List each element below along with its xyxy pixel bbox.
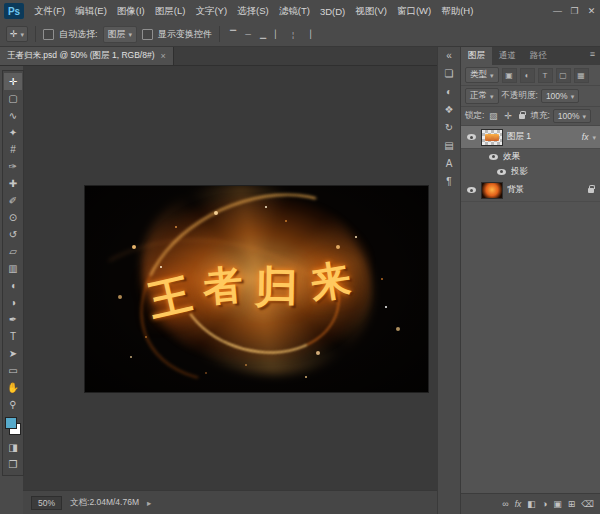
background-thumbnail[interactable]	[481, 182, 503, 199]
menu-layer[interactable]: 图层(L)	[150, 5, 191, 18]
maximize-button[interactable]: ❐	[566, 4, 583, 18]
color-swatches[interactable]	[4, 416, 22, 436]
status-options-arrow-icon[interactable]: ▸	[147, 498, 151, 508]
layer-fx-badge[interactable]: fx	[582, 132, 589, 142]
hand-tool[interactable]: ✋	[4, 379, 22, 396]
blur-tool[interactable]: ◖	[4, 277, 22, 294]
menu-help[interactable]: 帮助(H)	[436, 5, 478, 18]
filter-pixel-layers-icon[interactable]: ▣	[502, 68, 517, 83]
fx-collapse-icon[interactable]: ▾	[592, 134, 596, 141]
quick-selection-tool[interactable]: ✦	[4, 124, 22, 141]
menu-filter[interactable]: 滤镜(T)	[274, 5, 315, 18]
screen-mode-button[interactable]: ❐	[4, 456, 22, 473]
layer-group-icon[interactable]: ▣	[553, 499, 562, 509]
align-top-icon[interactable]: ▔	[227, 30, 239, 39]
visibility-toggle[interactable]	[465, 134, 477, 140]
dodge-tool[interactable]: ◑	[4, 294, 22, 311]
color-panel-icon[interactable]: ❏	[445, 68, 454, 79]
paragraph-panel-icon[interactable]: ¶	[446, 176, 451, 187]
layer-name[interactable]: 背景	[507, 184, 582, 196]
layer-mask-icon[interactable]: ◧	[527, 499, 536, 509]
canvas-area[interactable]: 王者归来	[23, 66, 437, 490]
align-hcenter-icon[interactable]: ¦	[287, 30, 299, 39]
filter-shape-layers-icon[interactable]: ▢	[556, 68, 571, 83]
quick-mask-button[interactable]: ◨	[4, 439, 22, 456]
filter-smart-objects-icon[interactable]: ▦	[574, 68, 589, 83]
layer-name[interactable]: 图层 1	[507, 131, 578, 143]
close-tab-icon[interactable]: ×	[161, 51, 166, 61]
menu-view[interactable]: 视图(V)	[350, 5, 392, 18]
tool-preset-picker[interactable]: ✛ ▾	[6, 26, 28, 42]
layer-dropshadow-row[interactable]: 投影	[461, 164, 600, 179]
layer-effects-row[interactable]: 效果	[461, 149, 600, 164]
menu-3d[interactable]: 3D(D)	[315, 6, 350, 17]
lock-transparency-icon[interactable]: ▨	[487, 111, 499, 121]
auto-select-checkbox[interactable]	[43, 29, 54, 40]
tab-paths[interactable]: 路径	[523, 47, 554, 65]
marquee-tool[interactable]: ▢	[4, 90, 22, 107]
healing-brush-tool[interactable]: ✚	[4, 175, 22, 192]
align-right-icon[interactable]: ▕	[302, 30, 314, 39]
menu-select[interactable]: 选择(S)	[232, 5, 274, 18]
tab-channels[interactable]: 通道	[492, 47, 523, 65]
close-button[interactable]: ✕	[583, 4, 600, 18]
menu-file[interactable]: 文件(F)	[29, 5, 70, 18]
zoom-level-input[interactable]: 50%	[31, 496, 62, 510]
tab-layers[interactable]: 图层	[461, 47, 492, 65]
menu-edit[interactable]: 编辑(E)	[70, 5, 112, 18]
clone-stamp-tool[interactable]: ⊙	[4, 209, 22, 226]
eyedropper-tool[interactable]: ✑	[4, 158, 22, 175]
eraser-tool[interactable]: ▱	[4, 243, 22, 260]
lock-all-icon[interactable]	[519, 114, 525, 119]
fill-dropdown[interactable]: 100% ▾	[553, 109, 591, 123]
title-char: 者	[200, 255, 259, 314]
history-panel-icon[interactable]: ↻	[445, 122, 453, 133]
character-panel-icon[interactable]: A	[446, 158, 453, 169]
artwork-image[interactable]: 王者归来	[85, 186, 428, 392]
properties-panel-icon[interactable]: ▤	[444, 140, 453, 151]
document-tab[interactable]: 王者归来.psd @ 50% (图层 1, RGB/8#) ×	[0, 47, 174, 65]
layer1-thumbnail[interactable]	[481, 129, 503, 146]
link-layers-icon[interactable]: ∞	[502, 499, 508, 509]
layer-style-icon[interactable]: fx	[515, 499, 522, 509]
lasso-tool[interactable]: ∿	[4, 107, 22, 124]
visibility-toggle[interactable]	[495, 169, 507, 175]
path-selection-tool[interactable]: ➤	[4, 345, 22, 362]
minimize-button[interactable]: —	[549, 4, 566, 18]
shape-tool[interactable]: ▭	[4, 362, 22, 379]
collapse-panels-icon[interactable]: «	[446, 50, 452, 61]
type-tool[interactable]: T	[4, 328, 22, 345]
zoom-tool[interactable]: ⚲	[4, 396, 22, 413]
filter-type-dropdown[interactable]: 类型 ▾	[465, 67, 499, 83]
layer-row-layer1[interactable]: 图层 1 fx ▾	[461, 126, 600, 149]
filter-type-layers-icon[interactable]: T	[538, 68, 553, 83]
blend-mode-dropdown[interactable]: 正常 ▾	[465, 88, 499, 104]
panel-menu-icon[interactable]: ≡	[585, 47, 600, 65]
show-transform-checkbox[interactable]	[142, 29, 153, 40]
filter-adjustment-layers-icon[interactable]: ◐	[520, 68, 535, 83]
foreground-color-swatch[interactable]	[5, 417, 17, 429]
visibility-toggle[interactable]	[465, 187, 477, 193]
styles-panel-icon[interactable]: ❖	[445, 104, 454, 115]
visibility-toggle[interactable]	[487, 154, 499, 160]
adjustments-panel-icon[interactable]: ◐	[446, 86, 452, 97]
menu-window[interactable]: 窗口(W)	[392, 5, 436, 18]
layer-row-background[interactable]: 背景	[461, 179, 600, 202]
adjustment-layer-icon[interactable]: ◑	[542, 499, 547, 509]
align-vcenter-icon[interactable]: ─	[242, 30, 254, 39]
align-bottom-icon[interactable]: ▁	[257, 30, 269, 39]
opacity-dropdown[interactable]: 100% ▾	[541, 89, 579, 103]
history-brush-tool[interactable]: ↺	[4, 226, 22, 243]
move-tool[interactable]: ✛	[4, 73, 22, 90]
menu-type[interactable]: 文字(Y)	[190, 5, 232, 18]
crop-tool[interactable]: #	[4, 141, 22, 158]
new-layer-icon[interactable]: ⊞	[568, 499, 576, 509]
pen-tool[interactable]: ✒	[4, 311, 22, 328]
gradient-tool[interactable]: ▥	[4, 260, 22, 277]
lock-position-icon[interactable]: ✛	[502, 111, 514, 121]
brush-tool[interactable]: ✐	[4, 192, 22, 209]
align-left-icon[interactable]: ▏	[272, 30, 284, 39]
menu-image[interactable]: 图像(I)	[112, 5, 150, 18]
delete-layer-icon[interactable]: ⌫	[581, 499, 594, 509]
auto-select-dropdown[interactable]: 图层 ▾	[103, 26, 138, 43]
